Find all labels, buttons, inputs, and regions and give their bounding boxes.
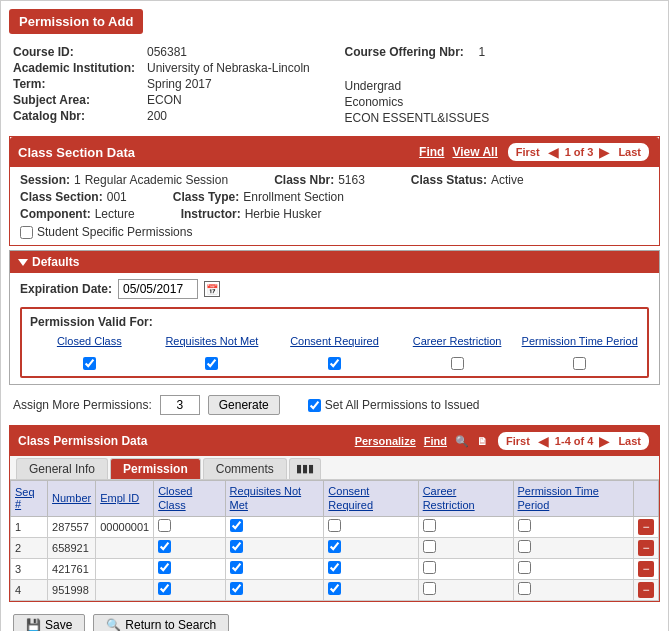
class-type-value: Enrollment Section — [243, 190, 344, 204]
cpd-last-btn[interactable]: Last — [616, 435, 643, 447]
class-nbr-value: 5163 — [338, 173, 365, 187]
table-row: 1 287557 00000001 − — [11, 516, 659, 537]
checkbox-consent_req-0[interactable] — [328, 519, 341, 532]
student-perms-label: Student Specific Permissions — [37, 225, 192, 239]
cell-empl-1 — [96, 537, 154, 558]
checkbox-closed_class-0[interactable] — [158, 519, 171, 532]
checkbox-perm_time-0[interactable] — [518, 519, 531, 532]
checkbox-req_not_met-0[interactable] — [230, 519, 243, 532]
remove-row-2-button[interactable]: − — [638, 561, 654, 577]
cell-perm_time-2 — [513, 558, 633, 579]
checkbox-career_rest-3[interactable] — [423, 582, 436, 595]
generate-button[interactable]: Generate — [208, 395, 280, 415]
cell-action-3: − — [633, 579, 658, 600]
calendar-icon[interactable]: 📅 — [204, 281, 220, 297]
return-label: Return to Search — [125, 618, 216, 631]
student-perms-checkbox[interactable] — [20, 226, 33, 239]
next-btn[interactable]: ▶ — [597, 144, 612, 160]
cpd-nav-info: 1-4 of 4 — [555, 435, 594, 447]
checkbox-perm_time-3[interactable] — [518, 582, 531, 595]
class-section-actions: Find View All First ◀ 1 of 3 ▶ Last — [419, 141, 651, 163]
find-link[interactable]: Find — [419, 145, 444, 159]
cell-seq-3: 4 — [11, 579, 48, 600]
cell-perm_time-3 — [513, 579, 633, 600]
checkbox-closed_class-2[interactable] — [158, 561, 171, 574]
perm-checkbox-1[interactable] — [205, 357, 218, 370]
perm-col-header-0: Closed Class — [30, 335, 149, 351]
checkbox-career_rest-0[interactable] — [423, 519, 436, 532]
remove-row-0-button[interactable]: − — [638, 519, 654, 535]
remove-row-3-button[interactable]: − — [638, 582, 654, 598]
checkbox-perm_time-1[interactable] — [518, 540, 531, 553]
perm-checkbox-4[interactable] — [573, 357, 586, 370]
perm-checkbox-0[interactable] — [83, 357, 96, 370]
defaults-content: Expiration Date: 📅 Permission Valid For:… — [10, 273, 659, 384]
checkbox-career_rest-1[interactable] — [423, 540, 436, 553]
th-req-not-met[interactable]: Requisites Not Met — [225, 481, 324, 517]
cpd-icon2[interactable]: 🗎 — [477, 435, 488, 447]
checkbox-closed_class-3[interactable] — [158, 582, 171, 595]
tab-comments[interactable]: Comments — [203, 458, 287, 479]
course-info-section: Course ID: 056381 Academic Institution: … — [1, 38, 668, 132]
cell-number-2: 421761 — [48, 558, 96, 579]
student-perms-row: Student Specific Permissions — [20, 225, 649, 239]
remove-row-1-button[interactable]: − — [638, 540, 654, 556]
checkbox-req_not_met-2[interactable] — [230, 561, 243, 574]
cpd-find-link[interactable]: Find — [424, 435, 447, 447]
tab-permission[interactable]: Permission — [110, 458, 201, 479]
nav-info: 1 of 3 — [565, 146, 594, 158]
first-btn[interactable]: First — [514, 146, 542, 158]
table-row: 2 658921 − — [11, 537, 659, 558]
exp-date-input[interactable] — [118, 279, 198, 299]
exp-date-label: Expiration Date: — [20, 282, 112, 296]
save-icon: 💾 — [26, 618, 41, 631]
perm-check-1 — [153, 355, 272, 370]
institution-label: Academic Institution: — [13, 61, 143, 75]
assign-input[interactable] — [160, 395, 200, 415]
th-consent-req[interactable]: Consent Required — [324, 481, 418, 517]
set-all-checkbox[interactable] — [308, 399, 321, 412]
checkbox-consent_req-2[interactable] — [328, 561, 341, 574]
cpd-icon1[interactable]: 🔍 — [455, 435, 469, 448]
perm-checkbox-3[interactable] — [451, 357, 464, 370]
tab-extra[interactable]: ▮▮▮ — [289, 458, 321, 479]
cell-action-1: − — [633, 537, 658, 558]
class-section-header: Class Section Data Find View All First ◀… — [10, 137, 659, 167]
cell-career_rest-1 — [418, 537, 513, 558]
checkbox-consent_req-1[interactable] — [328, 540, 341, 553]
th-career-rest[interactable]: Career Restriction — [418, 481, 513, 517]
perm-valid-label: Permission Valid For: — [30, 315, 639, 329]
tab-general-info[interactable]: General Info — [16, 458, 108, 479]
th-closed-class[interactable]: Closed Class — [154, 481, 225, 517]
catalog-label: Catalog Nbr: — [13, 109, 143, 123]
cpd-personalize-link[interactable]: Personalize — [355, 435, 416, 447]
checkbox-req_not_met-3[interactable] — [230, 582, 243, 595]
cell-consent_req-3 — [324, 579, 418, 600]
cpd-next-btn[interactable]: ▶ — [597, 433, 612, 449]
class-section-wrapper: Class Section Data Find View All First ◀… — [9, 136, 660, 246]
cell-req_not_met-0 — [225, 516, 324, 537]
th-seq[interactable]: Seq # — [11, 481, 48, 517]
cpd-first-btn[interactable]: First — [504, 435, 532, 447]
perm-checkbox-2[interactable] — [328, 357, 341, 370]
checkbox-career_rest-2[interactable] — [423, 561, 436, 574]
save-button[interactable]: 💾 Save — [13, 614, 85, 631]
last-btn[interactable]: Last — [616, 146, 643, 158]
cpd-prev-btn[interactable]: ◀ — [536, 433, 551, 449]
th-empl-id[interactable]: Empl ID — [96, 481, 154, 517]
checkbox-perm_time-2[interactable] — [518, 561, 531, 574]
prev-btn[interactable]: ◀ — [546, 144, 561, 160]
cell-req_not_met-1 — [225, 537, 324, 558]
checkbox-consent_req-3[interactable] — [328, 582, 341, 595]
return-button[interactable]: 🔍 Return to Search — [93, 614, 229, 631]
cell-career_rest-3 — [418, 579, 513, 600]
instructor-label: Instructor: — [181, 207, 241, 221]
th-perm-time[interactable]: Permission Time Period — [513, 481, 633, 517]
checkbox-req_not_met-1[interactable] — [230, 540, 243, 553]
cell-seq-1: 2 — [11, 537, 48, 558]
th-number[interactable]: Number — [48, 481, 96, 517]
view-all-link[interactable]: View All — [452, 145, 497, 159]
cpd-actions: Personalize Find 🔍 🗎 First ◀ 1-4 of 4 ▶ … — [355, 430, 651, 452]
cell-empl-2 — [96, 558, 154, 579]
checkbox-closed_class-1[interactable] — [158, 540, 171, 553]
